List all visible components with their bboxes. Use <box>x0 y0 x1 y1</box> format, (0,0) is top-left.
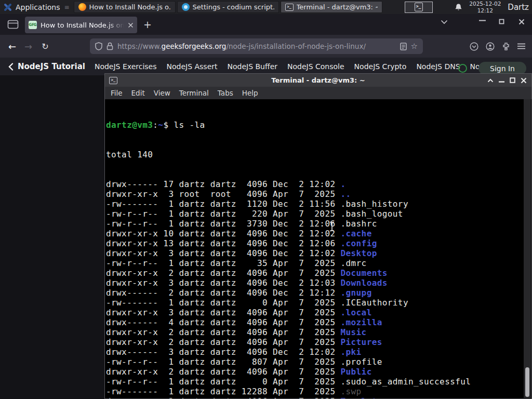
bookmark-star-icon[interactable]: ☆ <box>411 42 418 51</box>
lock-icon[interactable] <box>107 42 113 50</box>
file-name: .gnupg <box>340 288 371 298</box>
list-all-tabs-icon[interactable] <box>441 20 448 24</box>
terminal-output: dartz@vm3:~$ ls -la total 140 drwx------… <box>105 99 531 398</box>
firefox-icon <box>78 3 86 11</box>
browser-close-button[interactable] <box>518 19 525 25</box>
menu-view[interactable]: View <box>154 89 170 97</box>
tab-close-icon[interactable] <box>128 22 134 28</box>
terminal-file-line: drwxr-xr-x 13 dartz dartz 4096 Dec 2 12:… <box>106 238 531 248</box>
menu-file[interactable]: File <box>111 89 123 97</box>
account-icon[interactable] <box>486 42 495 51</box>
terminal-window: Terminal - dartz@vm3: ~ >_ File Edit <box>104 73 532 399</box>
menu-edit[interactable]: Edit <box>131 89 145 97</box>
terminal-file-line: -rw-r--r-- 1 dartz dartz 807 Apr 7 2025 … <box>106 357 531 367</box>
menu-terminal[interactable]: Terminal <box>179 89 209 97</box>
desktop: Applications ≡ How to Install Node.js o.… <box>0 0 532 399</box>
nav-item[interactable]: NodeJS Buffer <box>228 62 278 71</box>
terminal-maximize-button[interactable] <box>510 77 515 83</box>
file-name: .cache <box>340 229 371 238</box>
browser-tab[interactable]: GfG How to Install Node.js on <box>25 17 137 33</box>
mouse-ibeam-cursor <box>329 221 335 232</box>
terminal-file-line: -rw-r--r-- 1 dartz dartz 3730 Dec 2 12:0… <box>106 219 531 229</box>
menu-tabs[interactable]: Tabs <box>218 89 233 97</box>
file-name: .bash_history <box>340 199 408 209</box>
url-path: /node-js/installation-of-node-js-on-linu… <box>226 42 366 50</box>
url-bar[interactable]: https://www.geeksforgeeks.org/node-js/in… <box>90 38 423 54</box>
terminal-file-line: -rw------- 1 dartz dartz 0 Apr 7 2025 .I… <box>106 298 531 308</box>
workspace-terminal-icon: >_ <box>415 3 423 11</box>
nav-item[interactable]: NodeJS DNS <box>416 62 460 71</box>
clock-time: 12:12 <box>469 7 501 14</box>
taskbar-button-terminal[interactable]: >_ Terminal - dartz@vm3: ~ <box>281 1 382 13</box>
terminal-content[interactable]: dartz@vm3:~$ ls -la total 140 drwx------… <box>105 99 531 398</box>
browser-minimize-button[interactable] <box>479 20 486 21</box>
taskbar-button-vscodium[interactable]: Settings - codium script... <box>177 1 279 13</box>
terminal-scrollbar[interactable] <box>524 99 531 398</box>
clock-date: 2025-12-02 <box>469 1 501 7</box>
extensions-icon[interactable] <box>502 42 510 50</box>
notification-bell-icon[interactable] <box>455 3 462 11</box>
back-button[interactable]: ← <box>8 41 16 52</box>
terminal-scrollbar-thumb[interactable] <box>525 367 529 397</box>
file-name: . <box>340 179 345 189</box>
url-host: geeksforgeeks.org <box>162 42 227 50</box>
tab-title: How to Install Node.js on <box>41 21 124 29</box>
xfce-panel: Applications ≡ How to Install Node.js o.… <box>0 0 532 14</box>
terminal-file-list: drwx------ 17 dartz dartz 4096 Dec 2 12:… <box>106 179 531 398</box>
url-text[interactable]: https://www.geeksforgeeks.org/node-js/in… <box>117 42 396 50</box>
reader-mode-icon[interactable] <box>400 43 407 50</box>
terminal-file-line: drwxr-xr-x 10 dartz dartz 4096 Dec 2 12:… <box>106 229 531 238</box>
gfg-favicon: GfG <box>29 21 37 29</box>
nav-item[interactable]: NodeJS Console <box>287 62 344 71</box>
terminal-close-button[interactable] <box>521 77 527 84</box>
panel-clock[interactable]: 2025-12-02 12:12 <box>469 1 501 14</box>
new-tab-button[interactable]: + <box>143 19 152 30</box>
taskbar-button-firefox[interactable]: How to Install Node.js o... <box>74 1 176 13</box>
forward-button[interactable]: → <box>24 41 32 52</box>
file-name: Music <box>340 327 366 337</box>
terminal-file-line: drwxr-xr-x 2 dartz dartz 4096 Apr 7 2025… <box>106 268 531 278</box>
terminal-file-line: drwx------ 4 dartz dartz 4096 Apr 7 2025… <box>106 317 531 327</box>
file-name: .mozilla <box>340 317 382 327</box>
firefox-view-icon[interactable] <box>7 20 19 29</box>
terminal-file-line: drwxr-xr-x 3 root root 4096 Apr 7 2025 .… <box>106 189 531 199</box>
menu-help[interactable]: Help <box>242 89 258 97</box>
terminal-title-bar[interactable]: Terminal - dartz@vm3: ~ >_ <box>105 74 531 87</box>
terminal-file-line: drwxr-xr-x 3 dartz dartz 4096 Dec 2 12:0… <box>106 248 531 258</box>
workspace-switcher[interactable]: >_ <box>405 2 433 13</box>
gfg-search-icon[interactable] <box>458 64 467 73</box>
terminal-minimize-button[interactable] <box>499 78 504 83</box>
firefox-toolbar: ← → ↻ https://www.geeksforgeeks.org/node… <box>0 35 532 58</box>
file-name: Desktop <box>340 248 377 258</box>
user-menu[interactable]: Dartz <box>508 3 529 12</box>
file-name: .dmrc <box>340 258 366 268</box>
shield-icon[interactable] <box>95 42 102 50</box>
url-scheme: https://www. <box>117 42 162 50</box>
pocket-icon[interactable] <box>470 42 478 51</box>
gfg-nav-items: NodeJS ExercisesNodeJS AssertNodeJS Buff… <box>95 62 460 71</box>
terminal-file-line: drwx------ 17 dartz dartz 4096 Dec 2 12:… <box>106 179 531 189</box>
nav-item[interactable]: NodeJS Assert <box>166 62 217 71</box>
prompt-command: $ ls -la <box>163 120 205 130</box>
nav-item[interactable]: NodeJS Crypto <box>354 62 407 71</box>
file-name: Templates <box>340 396 387 398</box>
nav-item[interactable]: NodeJS Exercises <box>95 62 157 71</box>
terminal-shade-button[interactable] <box>487 78 494 83</box>
menu-icon[interactable] <box>517 43 525 49</box>
terminal-file-line: drwxr-xr-x 2 dartz dartz 4096 Apr 7 2025… <box>106 327 531 337</box>
nav-item-nodejs-tutorial[interactable]: NodeJS Tutorial <box>18 62 85 71</box>
gfg-tutorial-nav: NodeJS Tutorial NodeJS ExercisesNodeJS A… <box>0 58 532 75</box>
reload-button[interactable]: ↻ <box>42 42 48 51</box>
terminal-file-line: drwx------ 3 dartz dartz 4096 Dec 2 12:0… <box>106 347 531 357</box>
file-name: .pki <box>340 347 361 357</box>
prompt-user-host: dartz@vm3 <box>106 120 153 130</box>
file-name: .local <box>340 308 371 317</box>
terminal-icon: >_ <box>285 4 294 11</box>
applications-menu-button[interactable]: Applications <box>0 0 63 14</box>
firefox-tab-bar: GfG How to Install Node.js on + <box>0 14 532 35</box>
browser-maximize-button[interactable] <box>499 19 504 24</box>
terminal-file-line: -rw------- 1 dartz dartz 1120 Dec 2 11:5… <box>106 199 531 209</box>
terminal-file-line: drwxr-xr-x 2 dartz dartz 4096 Apr 7 2025… <box>106 396 531 398</box>
terminal-file-line: drwxr-xr-x 2 dartz dartz 4096 Apr 7 2025… <box>106 367 531 377</box>
nav-scroll-left-icon[interactable] <box>8 63 14 71</box>
